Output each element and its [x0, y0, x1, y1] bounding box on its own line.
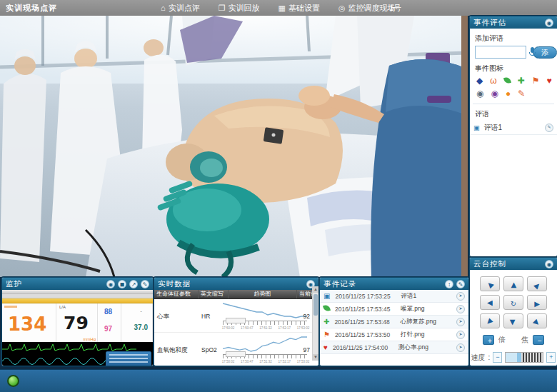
comment-list-item[interactable]: ▣评语1✎: [470, 121, 557, 135]
ptz-rotate-button[interactable]: ↻: [503, 295, 523, 310]
event-timestamp: 2016/11/25 17:53:25: [335, 293, 401, 300]
snapshot-icon[interactable]: ✎: [141, 280, 149, 288]
events-header: 事件记录 ↕ ✎: [320, 278, 468, 290]
tab-dispatch[interactable]: ◎监控调度现场: [338, 3, 396, 14]
panel-title: 事件评估: [473, 16, 542, 29]
ptz-direction-pad: ▶▶▶▶↻▶▶▶▶: [470, 276, 557, 328]
arrow-up-icon: ▶: [506, 283, 521, 288]
diamond-icon[interactable]: ◆: [476, 76, 483, 85]
event-timestamp: 2016/11/25 17:53:45: [335, 306, 401, 313]
pin-icon[interactable]: ⚑: [532, 76, 540, 85]
tab-replay[interactable]: ❐实训回放: [219, 3, 260, 14]
vital-trend-row[interactable]: 血氧饱和度SpO217:50:0217:50:4717:51:3217:52:1…: [154, 333, 318, 365]
zoom-in-button[interactable]: +: [483, 335, 494, 345]
event-label: 评语1: [401, 292, 456, 301]
column-header: 生命体征参数: [154, 290, 199, 298]
vital-name: 心率: [157, 313, 169, 321]
cross-icon[interactable]: ✚: [518, 76, 525, 85]
bubble-icon: ▣: [323, 292, 330, 301]
vital-name: 血氧饱和度: [157, 346, 188, 355]
microphone-icon[interactable]: [529, 47, 530, 57]
arrow-left-icon: ▶: [487, 296, 493, 311]
tab-label: 实训回放: [229, 3, 260, 14]
add-comment-button[interactable]: 添加: [533, 46, 557, 59]
export-icon[interactable]: ✎: [456, 280, 465, 288]
heart-icon[interactable]: ♥: [546, 76, 551, 85]
syringe-icon[interactable]: ✎: [518, 89, 525, 98]
vital-trend-row[interactable]: 心率HR17:50:0217:50:4717:51:3217:52:1717:5…: [154, 299, 318, 333]
ptz-down-button[interactable]: ▶: [503, 313, 523, 328]
time-axis-labels: 17:50:0217:50:4717:51:3217:52:1717:53:02: [222, 326, 309, 329]
open-event-icon[interactable]: ➤: [456, 343, 465, 352]
live-video-feed[interactable]: [0, 16, 468, 277]
event-label: 测心率.png: [398, 343, 456, 352]
leaf-icon[interactable]: [504, 76, 511, 85]
speed-slider[interactable]: [505, 352, 543, 363]
comment-input[interactable]: [475, 46, 526, 59]
event-record-row[interactable]: ♥2016/11/25 17:54:00测心率.png➤: [320, 341, 468, 354]
ptz-up-button[interactable]: ▶: [503, 276, 523, 291]
eye2-icon[interactable]: ◉: [491, 89, 498, 98]
ptz-down-left-button[interactable]: ▶: [480, 313, 500, 328]
expand-icon[interactable]: ↗: [129, 280, 138, 288]
monitor-popup: [106, 351, 151, 366]
ptz-down-right-button[interactable]: ▶: [527, 313, 547, 328]
speed-decrease-button[interactable]: −: [493, 352, 502, 363]
playback-bar: 0⚑♥ 结束 00:04:12 预览: [0, 369, 557, 392]
edit-comment-icon[interactable]: ✎: [545, 124, 553, 132]
scroll-down-icon[interactable]: ▼: [313, 354, 318, 361]
tab-settings[interactable]: ▦基础设置: [278, 3, 320, 14]
event-timestamp: 2016/11/25 17:53:50: [335, 331, 401, 338]
app-title: 实训现场点评: [0, 3, 57, 14]
event-timestamp: 2016/11/25 17:53:48: [334, 318, 400, 326]
nibp-label: L/A: [59, 305, 66, 309]
ptz-control-panel: 云台控制 ◉ ▶▶▶▶↻▶▶▶▶ + 倍 焦 − 速度: − +: [469, 257, 557, 366]
orange-icon[interactable]: ●: [506, 89, 511, 98]
zoom-out-button[interactable]: −: [533, 335, 544, 345]
event-label: 打针.png: [401, 331, 456, 339]
top-bar: 实训现场点评 ⌂实训点评❐实训回放▦基础设置◎监控调度现场 1号: [0, 0, 557, 16]
vitals-grid: 134 L/A 79 mmHg 88 97 - 37.0: [2, 303, 153, 342]
event-record-row[interactable]: 2016/11/25 17:53:45喉罩.png➤: [320, 303, 468, 316]
resp-spo2-cell: 88 97: [98, 303, 121, 342]
record-icon[interactable]: ◉: [106, 280, 115, 288]
eye-icon[interactable]: ◉: [476, 89, 483, 98]
vital-abbr: HR: [201, 313, 210, 320]
alarm-bar: [2, 298, 153, 303]
panel-title: 事件记录: [323, 278, 442, 290]
tab-label: 基础设置: [288, 3, 320, 14]
ptz-left-button[interactable]: ▶: [480, 295, 500, 310]
ptz-up-left-button[interactable]: ▶: [480, 276, 500, 291]
event-record-row[interactable]: ✚2016/11/25 17:53:48心肺复苏.png➤: [320, 316, 468, 328]
vital-current-value: 97: [303, 346, 310, 353]
open-event-icon[interactable]: ➤: [456, 331, 465, 339]
pause-icon[interactable]: ◼: [118, 280, 126, 288]
divider: [473, 104, 554, 104]
ptz-up-right-button[interactable]: ▶: [527, 276, 547, 291]
scroll-thumb[interactable]: [313, 294, 318, 316]
open-event-icon[interactable]: ➤: [456, 292, 465, 301]
event-evaluation-panel: 事件评估 ◉ 添加评语 添加 事件图标 ◆ω✚⚑♥◉◉●✎ 评语 ▣评语1✎: [469, 16, 557, 257]
vital-abbr: SpO2: [201, 346, 217, 353]
lungs-icon[interactable]: ω: [490, 76, 496, 85]
temp-cell: - 37.0: [121, 303, 153, 342]
scrollbar[interactable]: ▲ ▼: [312, 286, 318, 361]
open-event-icon[interactable]: ➤: [456, 318, 465, 326]
monitor-footer: [2, 366, 153, 366]
arrow-right-icon: ▶: [534, 296, 540, 311]
arrow-up-right-icon: ▶: [530, 278, 544, 292]
open-event-icon[interactable]: ➤: [456, 305, 465, 313]
scroll-up-icon[interactable]: ▲: [313, 286, 318, 293]
event-record-row[interactable]: ⚑2016/11/25 17:53:50打针.png➤: [320, 328, 468, 341]
sort-icon[interactable]: ↕: [445, 280, 453, 288]
tab-home[interactable]: ⌂实训点评: [161, 3, 200, 14]
collapse-icon[interactable]: ◉: [545, 19, 553, 27]
speed-increase-button[interactable]: +: [546, 352, 556, 363]
add-comment-label: 添加评语: [475, 34, 557, 44]
event-record-row[interactable]: ▣2016/11/25 17:53:25评语1➤: [320, 290, 468, 303]
nibp-value: 79: [64, 313, 89, 333]
temp-value: 37.0: [134, 323, 148, 331]
trend-range-tag: [226, 351, 246, 357]
ptz-right-button[interactable]: ▶: [527, 295, 547, 310]
collapse-icon[interactable]: ◉: [545, 260, 553, 268]
